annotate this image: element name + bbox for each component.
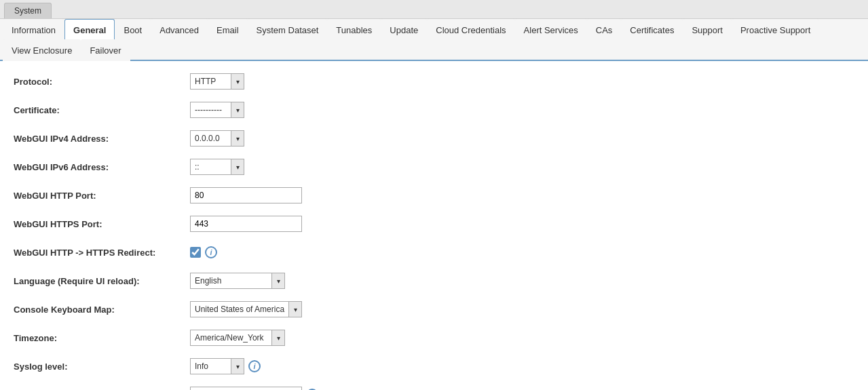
keyboard-dropdown-btn[interactable]: ▾ (288, 301, 302, 317)
tab-failover[interactable]: Failover (81, 39, 130, 61)
language-label: Language (Require UI reload): (14, 276, 190, 286)
timezone-label: Timezone: (14, 333, 190, 343)
tab-cas[interactable]: CAs (587, 19, 622, 41)
tab-certificates[interactable]: Certificates (621, 19, 683, 41)
certificate-field: ---------- ▾ (190, 102, 244, 118)
tab-boot[interactable]: Boot (115, 19, 151, 41)
tab-email[interactable]: Email (208, 19, 248, 41)
syslog-level-row: Syslog level: Info ▾ i (14, 357, 854, 376)
tab-alert-services[interactable]: Alert Services (515, 19, 587, 41)
timezone-field: America/New_York ▾ (190, 330, 285, 346)
certificate-value: ---------- (190, 102, 231, 118)
tab-tunables[interactable]: Tunables (327, 19, 381, 41)
https-port-row: WebGUI HTTPS Port: (14, 214, 854, 233)
nav-tabs: Information General Boot Advanced Email … (0, 19, 868, 61)
timezone-row: Timezone: America/New_York ▾ (14, 328, 854, 347)
https-port-field (190, 216, 302, 232)
language-dropdown-btn[interactable]: ▾ (271, 273, 285, 289)
tab-general[interactable]: General (64, 19, 115, 41)
ipv6-label: WebGUI IPv6 Address: (14, 162, 190, 172)
https-port-input[interactable] (190, 216, 302, 232)
form-content: Protocol: HTTP ▾ Certificate: ----------… (0, 61, 868, 390)
syslog-server-field: i (190, 387, 318, 390)
syslog-server-row: Syslog server: i (14, 385, 854, 390)
certificate-row: Certificate: ---------- ▾ (14, 100, 854, 119)
protocol-label: Protocol: (14, 77, 190, 87)
https-port-label: WebGUI HTTPS Port: (14, 219, 190, 229)
syslog-server-input[interactable] (190, 387, 302, 390)
timezone-dropdown-btn[interactable]: ▾ (271, 330, 285, 346)
http-port-row: WebGUI HTTP Port: (14, 186, 854, 205)
timezone-select-wrapper: America/New_York ▾ (190, 330, 285, 346)
http-port-input[interactable] (190, 187, 302, 203)
syslog-level-field: Info ▾ i (190, 358, 261, 374)
keyboard-select-wrapper: United States of America ▾ (190, 301, 302, 317)
language-select-wrapper: English ▾ (190, 273, 285, 289)
http-port-field (190, 187, 302, 203)
certificate-dropdown-btn[interactable]: ▾ (231, 102, 244, 118)
ipv6-select-wrapper: :: ▾ (190, 159, 244, 175)
keyboard-row: Console Keyboard Map: United States of A… (14, 300, 854, 319)
tab-system-dataset[interactable]: System Dataset (248, 19, 328, 41)
ipv4-dropdown-btn[interactable]: ▾ (231, 130, 244, 147)
certificate-select-wrapper: ---------- ▾ (190, 102, 244, 118)
ipv6-row: WebGUI IPv6 Address: :: ▾ (14, 157, 854, 176)
certificate-label: Certificate: (14, 105, 190, 115)
http-redirect-label: WebGUI HTTP -> HTTPS Redirect: (14, 248, 190, 258)
http-redirect-info-icon[interactable]: i (205, 246, 217, 258)
protocol-field: HTTP ▾ (190, 73, 244, 90)
tab-update[interactable]: Update (381, 19, 427, 41)
tab-support[interactable]: Support (683, 19, 732, 41)
syslog-level-dropdown-btn[interactable]: ▾ (231, 358, 244, 374)
ipv4-field: 0.0.0.0 ▾ (190, 130, 244, 147)
keyboard-value: United States of America (190, 301, 288, 317)
protocol-row: Protocol: HTTP ▾ (14, 72, 854, 91)
ipv6-value: :: (190, 159, 231, 175)
keyboard-field: United States of America ▾ (190, 301, 302, 317)
http-redirect-field: i (190, 246, 217, 258)
tab-advanced[interactable]: Advanced (151, 19, 208, 41)
http-redirect-checkbox[interactable] (190, 247, 201, 258)
http-redirect-row: WebGUI HTTP -> HTTPS Redirect: i (14, 243, 854, 262)
syslog-level-label: Syslog level: (14, 362, 190, 372)
ipv4-label: WebGUI IPv4 Address: (14, 134, 190, 144)
tab-cloud-credentials[interactable]: Cloud Credentials (427, 19, 514, 41)
system-tab-bar: System (0, 0, 868, 19)
tab-view-enclosure[interactable]: View Enclosure (3, 39, 81, 61)
ipv6-dropdown-btn[interactable]: ▾ (231, 159, 244, 175)
ipv4-select-wrapper: 0.0.0.0 ▾ (190, 130, 244, 147)
ipv6-field: :: ▾ (190, 159, 244, 175)
ipv4-row: WebGUI IPv4 Address: 0.0.0.0 ▾ (14, 129, 854, 148)
timezone-value: America/New_York (190, 330, 271, 346)
ipv4-value: 0.0.0.0 (190, 130, 231, 147)
protocol-select-wrapper: HTTP ▾ (190, 73, 244, 90)
tab-proactive-support[interactable]: Proactive Support (732, 19, 819, 41)
language-field: English ▾ (190, 273, 285, 289)
syslog-level-info-icon[interactable]: i (248, 360, 261, 372)
syslog-level-select-wrapper: Info ▾ (190, 358, 244, 374)
http-port-label: WebGUI HTTP Port: (14, 191, 190, 201)
protocol-value: HTTP (190, 73, 231, 90)
language-value: English (190, 273, 271, 289)
language-row: Language (Require UI reload): English ▾ (14, 271, 854, 290)
syslog-level-value: Info (190, 358, 231, 374)
system-tab[interactable]: System (4, 3, 52, 18)
protocol-dropdown-btn[interactable]: ▾ (231, 73, 244, 90)
tab-information[interactable]: Information (3, 19, 64, 41)
keyboard-label: Console Keyboard Map: (14, 305, 190, 315)
